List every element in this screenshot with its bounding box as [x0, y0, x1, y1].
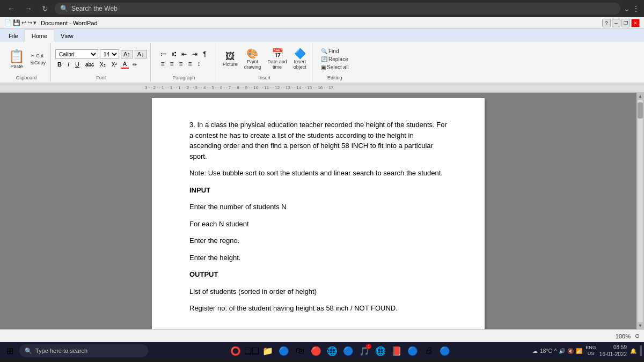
taskbar-icon-blue[interactable]: 🔵 [341, 343, 356, 358]
underline-button[interactable]: U [73, 61, 82, 68]
ribbon-content: 📋 Paste ✂ Cut ⎘ Copy Cli [0, 42, 644, 83]
undo-icon[interactable]: ↩ [21, 19, 26, 26]
strikethrough-button[interactable]: abc [83, 61, 96, 68]
minimize-button[interactable]: ─ [612, 19, 620, 27]
clock-lang: ENGUS 08:59 16-01-2022 🔔 [586, 344, 642, 358]
object-button[interactable]: 🔷 Insertobject [291, 48, 309, 71]
clipboard-buttons: 📋 Paste ✂ Cut ⎘ Copy [5, 48, 47, 70]
speaker-icon[interactable]: 🔊 [559, 348, 565, 354]
scroll-thumb[interactable] [638, 102, 643, 119]
copy-button[interactable]: ⎘ Copy [29, 60, 47, 66]
font-family-select[interactable]: Calibri [55, 49, 98, 59]
system-tray-icons: ☁ 18°C ^ 🔊 🔇 📶 [532, 348, 582, 354]
tab-home[interactable]: Home [25, 29, 54, 42]
taskbar-icon-taskview[interactable]: ❑❑ [244, 343, 259, 358]
align-left-button[interactable]: ≡ [158, 60, 166, 68]
input-header: INPUT [189, 185, 447, 196]
highlight-button[interactable]: ✏ [130, 61, 139, 68]
page-content: 3. In a class the physical education tea… [189, 120, 447, 314]
copy-icon: ⎘ [31, 60, 33, 65]
show-desktop-button[interactable] [640, 345, 642, 356]
restore-button[interactable]: ❐ [621, 19, 630, 27]
list-bullet-button[interactable]: ≔ [158, 50, 169, 58]
browser-bar: ← → ↻ 🔍 Search the Web ⌄ ⋮ [0, 0, 644, 17]
taskbar-icon-cortana[interactable]: ⭕ [228, 343, 243, 358]
font-row1: Calibri 14 A↑ A↓ [55, 49, 147, 59]
taskbar-icon-extra[interactable]: 🔵 [437, 343, 452, 358]
subscript-button[interactable]: X₂ [98, 61, 108, 68]
datetime-button[interactable]: 📅 Date andtime [265, 48, 289, 71]
forward-button[interactable]: → [21, 3, 35, 14]
help-button[interactable]: ? [602, 19, 611, 27]
cut-button[interactable]: ✂ Cut [29, 53, 47, 59]
paragraph-group-content: ≔ ⑆ ⇤ ⇥ ¶ ≡ ≡ ≡ ≡ ↕ [158, 44, 208, 74]
paste-button[interactable]: 📋 Paste [5, 48, 28, 70]
browser-more-icon[interactable]: ⋮ [632, 4, 640, 13]
picture-button[interactable]: 🖼 Picture [221, 50, 240, 68]
scroll-up-arrow[interactable]: ▲ [638, 94, 642, 99]
taskbar-icon-music[interactable]: 🎵 1 [357, 343, 372, 358]
scroll-down-arrow[interactable]: ▼ [638, 323, 642, 328]
find-button[interactable]: 🔍 Find [319, 48, 350, 55]
grow-font-button[interactable]: A↑ [121, 50, 133, 58]
taskbar-icon-pdf[interactable]: 📕 [389, 343, 404, 358]
time-display: 08:59 [599, 344, 627, 351]
taskbar-icon-edge[interactable]: 🔵 [276, 343, 291, 358]
taskbar-icon-brown[interactable]: 🖨 [421, 343, 436, 358]
taskbar-system-tray: ☁ 18°C ^ 🔊 🔇 📶 ENGUS 08:59 16-01-2022 🔔 [532, 344, 642, 358]
align-right-button[interactable]: ≡ [177, 60, 185, 68]
document-page[interactable]: 3. In a class the physical education tea… [152, 98, 485, 329]
wifi-icon[interactable]: 📶 [576, 348, 582, 354]
back-button[interactable]: ← [4, 3, 18, 14]
select-all-label: Select all [327, 64, 349, 70]
taskbar-icon-store[interactable]: 🛍 [292, 343, 308, 358]
align-center-button[interactable]: ≡ [167, 60, 175, 68]
italic-button[interactable]: I [65, 61, 71, 68]
zoom-minus-icon[interactable]: ⊖ [635, 333, 640, 339]
vertical-scrollbar[interactable]: ▲ ▼ [636, 93, 644, 329]
paint-button[interactable]: 🎨 Paintdrawing [242, 48, 264, 71]
replace-button[interactable]: 🔄 Replace [319, 56, 350, 63]
bold-button[interactable]: B [55, 61, 64, 68]
ruler-text: 3 · · 2 · · 1 · · 1 · · 1 · · 2 · · 3 · … [145, 85, 333, 90]
object-icon: 🔷 [294, 49, 306, 58]
select-all-button[interactable]: ▣ Select all [319, 64, 350, 71]
start-button[interactable]: ⊞ [2, 343, 17, 358]
pilcrow-button[interactable]: ¶ [201, 50, 208, 58]
save-icon[interactable]: 💾 [13, 19, 20, 26]
justify-button[interactable]: ≡ [186, 60, 194, 68]
taskbar-icon-blue2[interactable]: 🔵 [405, 343, 420, 358]
replace-label: Replace [328, 56, 348, 62]
taskbar-icon-globe[interactable]: 🌐 [325, 343, 340, 358]
datetime-icon: 📅 [272, 49, 283, 58]
qa-dropdown-icon[interactable]: ▾ [33, 19, 36, 26]
taskbar-search-bar[interactable]: 🔍 Type here to search [19, 344, 148, 357]
close-button[interactable]: ✕ [631, 19, 640, 27]
decrease-indent-button[interactable]: ⇤ [179, 50, 189, 58]
shrink-font-button[interactable]: A↓ [135, 50, 147, 58]
taskbar-icon-files[interactable]: 📁 [260, 343, 275, 358]
paint-icon: 🎨 [246, 49, 258, 58]
main-area: 3. In a class the physical education tea… [0, 93, 644, 329]
tab-view[interactable]: View [54, 30, 80, 42]
taskbar-icon-red[interactable]: 🔴 [309, 343, 324, 358]
scroll-track[interactable] [638, 100, 643, 322]
font-row2: B I U abc X₂ X² A ✏ [55, 60, 147, 69]
notification-center-icon[interactable]: 🔔 [630, 348, 636, 354]
font-size-select[interactable]: 14 [100, 49, 119, 59]
object-label: Insertobject [294, 59, 306, 70]
mute-icon[interactable]: 🔇 [567, 348, 574, 354]
browser-down-icon[interactable]: ⌄ [624, 4, 630, 13]
taskbar-icon-chrome[interactable]: 🌐 [373, 343, 388, 358]
paragraph-1: 3. In a class the physical education tea… [189, 120, 447, 161]
browser-search-bar[interactable]: 🔍 Search the Web [55, 3, 620, 14]
chevron-icon[interactable]: ^ [554, 348, 557, 354]
increase-indent-button[interactable]: ⇥ [190, 50, 200, 58]
superscript-button[interactable]: X² [109, 61, 119, 68]
list-number-button[interactable]: ⑆ [170, 50, 178, 58]
tab-file[interactable]: File [2, 30, 25, 42]
refresh-button[interactable]: ↻ [39, 3, 52, 14]
text-color-button[interactable]: A [121, 60, 129, 69]
line-spacing-button[interactable]: ↕ [195, 60, 203, 68]
redo-icon[interactable]: ↪ [27, 19, 32, 26]
